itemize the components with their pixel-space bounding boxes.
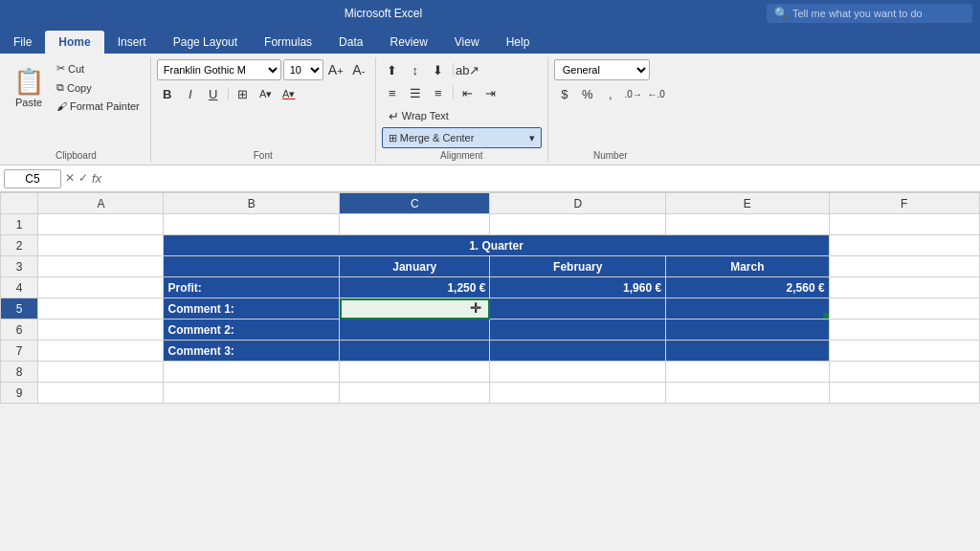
tab-formulas[interactable]: Formulas xyxy=(251,31,325,54)
align-left-btn[interactable]: ≡ xyxy=(382,82,403,103)
align-bottom-btn[interactable]: ⬇ xyxy=(428,59,449,80)
row-header-2[interactable]: 2 xyxy=(1,235,38,256)
percent-btn[interactable]: % xyxy=(577,83,598,104)
cell-reference-input[interactable] xyxy=(4,169,61,188)
cell-c9[interactable] xyxy=(340,383,490,404)
tab-page-layout[interactable]: Page Layout xyxy=(160,31,251,54)
cell-c8[interactable] xyxy=(340,362,490,383)
cell-b7-label[interactable]: Comment 3: xyxy=(164,341,340,362)
cell-f2[interactable] xyxy=(829,235,979,256)
increase-decimal-btn[interactable]: ←.0 xyxy=(646,83,667,104)
cell-b4-label[interactable]: Profit: xyxy=(164,277,340,298)
cell-a4[interactable] xyxy=(38,277,164,298)
align-right-btn[interactable]: ≡ xyxy=(428,82,449,103)
cell-d5[interactable] xyxy=(490,298,666,320)
increase-font-btn[interactable]: A+ xyxy=(325,59,346,80)
cell-e4-value[interactable]: 2,560 € xyxy=(666,277,830,298)
cancel-formula-icon[interactable]: ✕ xyxy=(65,171,75,186)
row-header-8[interactable]: 8 xyxy=(1,362,38,383)
wrap-text-button[interactable]: ↵ Wrap Text xyxy=(382,105,542,126)
italic-button[interactable]: I xyxy=(180,83,201,104)
bold-button[interactable]: B xyxy=(157,83,178,104)
font-name-select[interactable]: Franklin Gothic M xyxy=(157,59,281,80)
tab-data[interactable]: Data xyxy=(325,31,376,54)
col-header-c[interactable]: C xyxy=(340,193,490,214)
align-middle-btn[interactable]: ↕ xyxy=(405,59,426,80)
cell-d6[interactable] xyxy=(490,320,666,341)
cell-d9[interactable] xyxy=(490,383,666,404)
cell-c5-selected[interactable]: ✛ xyxy=(340,298,490,320)
cell-d3-february[interactable]: February xyxy=(490,256,666,277)
tab-insert[interactable]: Insert xyxy=(104,31,160,54)
fill-handle[interactable] xyxy=(823,313,829,319)
paste-button[interactable]: 📋 Paste xyxy=(8,59,50,115)
row-header-6[interactable]: 6 xyxy=(1,320,38,341)
borders-button[interactable]: ⊞ xyxy=(233,83,254,104)
cell-a9[interactable] xyxy=(38,383,164,404)
cell-d4-value[interactable]: 1,960 € xyxy=(490,277,666,298)
tab-help[interactable]: Help xyxy=(493,31,544,54)
cell-f9[interactable] xyxy=(829,383,979,404)
cell-a3[interactable] xyxy=(38,256,164,277)
col-header-a[interactable]: A xyxy=(38,193,164,214)
fill-color-button[interactable]: A▾ xyxy=(256,83,277,104)
col-header-d[interactable]: D xyxy=(490,193,666,214)
cell-f7[interactable] xyxy=(829,341,979,362)
cell-e8[interactable] xyxy=(666,362,830,383)
cell-quarter[interactable]: 1. Quarter xyxy=(164,235,829,256)
row-header-4[interactable]: 4 xyxy=(1,277,38,298)
cell-b6-label[interactable]: Comment 2: xyxy=(164,320,340,341)
cell-d7[interactable] xyxy=(490,341,666,362)
cell-b5-label[interactable]: Comment 1: xyxy=(164,298,340,320)
cell-e3-march[interactable]: March xyxy=(666,256,830,277)
cell-b3[interactable] xyxy=(164,256,340,277)
cut-button[interactable]: ✂ Cut xyxy=(52,59,145,77)
confirm-formula-icon[interactable]: ✓ xyxy=(78,171,88,186)
underline-button[interactable]: U xyxy=(203,83,224,104)
search-input[interactable] xyxy=(792,8,965,19)
merge-dropdown-arrow[interactable]: ▾ xyxy=(529,132,535,144)
comma-btn[interactable]: , xyxy=(600,83,621,104)
cell-f5[interactable] xyxy=(829,298,979,320)
cell-a6[interactable] xyxy=(38,320,164,341)
cell-f3[interactable] xyxy=(829,256,979,277)
cell-a2[interactable] xyxy=(38,235,164,256)
cell-c3-january[interactable]: January xyxy=(340,256,490,277)
cell-f6[interactable] xyxy=(829,320,979,341)
merge-center-button[interactable]: ⊞ Merge & Center ▾ xyxy=(382,127,542,148)
cell-f4[interactable] xyxy=(829,277,979,298)
align-top-btn[interactable]: ⬆ xyxy=(382,59,403,80)
copy-button[interactable]: ⧉ Copy xyxy=(52,78,145,97)
cell-a8[interactable] xyxy=(38,362,164,383)
cell-e5[interactable] xyxy=(666,298,830,320)
font-color-button[interactable]: A▾ xyxy=(278,83,300,104)
row-header-7[interactable]: 7 xyxy=(1,341,38,362)
cell-b9[interactable] xyxy=(164,383,340,404)
col-header-b[interactable]: B xyxy=(164,193,340,214)
cell-d1[interactable] xyxy=(490,214,666,235)
cell-e1[interactable] xyxy=(666,214,830,235)
font-size-select[interactable]: 10 xyxy=(283,59,323,80)
currency-btn[interactable]: $ xyxy=(554,83,575,104)
cell-e9[interactable] xyxy=(666,383,830,404)
col-header-f[interactable]: F xyxy=(829,193,979,214)
cell-b8[interactable] xyxy=(164,362,340,383)
tab-home[interactable]: Home xyxy=(45,31,103,54)
orientation-btn[interactable]: ab↗ xyxy=(457,59,479,80)
cell-c1[interactable] xyxy=(340,214,490,235)
decrease-font-btn[interactable]: A- xyxy=(348,59,369,80)
cell-e6[interactable] xyxy=(666,320,830,341)
cell-f1[interactable] xyxy=(829,214,979,235)
cell-a7[interactable] xyxy=(38,341,164,362)
cell-d8[interactable] xyxy=(490,362,666,383)
cell-f8[interactable] xyxy=(829,362,979,383)
indent-increase-btn[interactable]: ⇥ xyxy=(480,82,501,103)
format-painter-button[interactable]: 🖌 Format Painter xyxy=(52,98,145,115)
tab-review[interactable]: Review xyxy=(376,31,440,54)
row-header-5[interactable]: 5 xyxy=(1,298,38,320)
tab-view[interactable]: View xyxy=(441,31,493,54)
cell-a5[interactable] xyxy=(38,298,164,320)
number-format-select[interactable]: General xyxy=(554,59,650,80)
cell-b1[interactable] xyxy=(164,214,340,235)
cell-c7[interactable] xyxy=(340,341,490,362)
